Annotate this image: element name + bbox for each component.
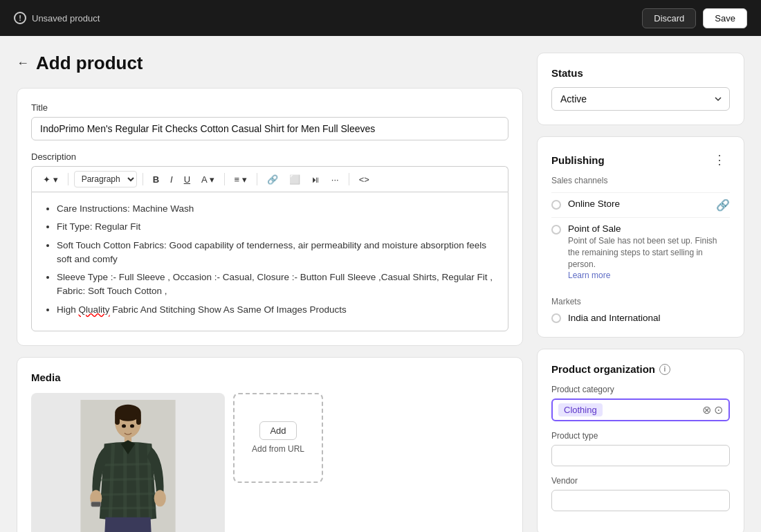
title-label: Title <box>31 102 508 113</box>
paragraph-select[interactable]: Paragraph <box>74 171 137 187</box>
page-wrapper: ← Add product Title Description ✦ ▾ Para… <box>0 36 761 532</box>
product-type-field: Product type <box>551 431 730 466</box>
pos-name: Point of Sale <box>568 223 730 234</box>
markets-label: Markets <box>551 297 730 306</box>
page-title: Add product <box>36 53 143 74</box>
vendor-label: Vendor <box>551 476 730 486</box>
add-media-button[interactable]: Add Add from URL <box>233 393 323 483</box>
svg-rect-3 <box>115 413 120 425</box>
pos-channel: Point of Sale Point of Sale has not been… <box>551 217 730 287</box>
online-store-channel: Online Store 🔗 <box>551 192 730 217</box>
media-grid: Add Add from URL <box>31 393 508 532</box>
status-title: Status <box>551 67 730 79</box>
product-organization-card: Product organization i Product category … <box>537 349 744 532</box>
online-store-name: Online Store <box>568 199 620 209</box>
add-from-url-label[interactable]: Add from URL <box>252 444 304 454</box>
org-info-icon[interactable]: i <box>659 364 670 375</box>
toolbar-magic-icon[interactable]: ✦ ▾ <box>39 172 62 187</box>
page-header: ← Add product <box>17 53 523 74</box>
toolbar-divider-2 <box>143 173 143 185</box>
svg-line-13 <box>100 508 156 508</box>
sales-channels-label: Sales channels <box>551 176 730 185</box>
media-button[interactable]: ⏯ <box>307 172 324 187</box>
publishing-header: Publishing ⋮ <box>551 151 730 169</box>
toolbar-divider-3 <box>224 173 225 185</box>
list-item: Care Instructions: Machine Wash <box>57 202 497 216</box>
list-item: High Qluality Fabric And Stitching Show … <box>57 303 497 317</box>
warning-icon: ! <box>14 12 26 24</box>
category-tag: Clothing <box>558 403 603 416</box>
category-icons: ⊗ ⊙ <box>702 403 723 416</box>
underline-button[interactable]: U <box>180 172 194 187</box>
side-column: Status Active Draft Publishing ⋮ Sales c… <box>537 53 744 532</box>
toolbar-divider-5 <box>349 173 349 185</box>
product-details-card: Title Description ✦ ▾ Paragraph B I U A … <box>17 88 523 346</box>
svg-point-15 <box>154 490 166 506</box>
svg-point-17 <box>130 424 134 428</box>
description-editor[interactable]: Care Instructions: Machine Wash Fit Type… <box>31 192 508 331</box>
publishing-card: Publishing ⋮ Sales channels Online Store… <box>537 136 744 338</box>
toolbar-divider-4 <box>257 173 257 185</box>
pos-desc: Point of Sale has not been set up. Finis… <box>568 235 730 282</box>
learn-more-link[interactable]: Learn more <box>568 270 610 280</box>
text-color-button[interactable]: A ▾ <box>197 172 219 187</box>
market-name: India and International <box>568 313 661 323</box>
product-image <box>31 393 225 532</box>
topnav-actions: Discard Save <box>642 8 747 28</box>
add-label[interactable]: Add <box>259 421 296 440</box>
svg-rect-4 <box>136 413 141 425</box>
svg-line-12 <box>100 493 156 495</box>
image-button[interactable]: ⬜ <box>285 172 304 187</box>
main-column: ← Add product Title Description ✦ ▾ Para… <box>17 53 523 532</box>
media-label: Media <box>31 372 508 383</box>
media-card: Media <box>17 357 523 532</box>
vendor-input[interactable] <box>551 490 730 511</box>
list-item: Fit Type: Regular Fit <box>57 220 497 234</box>
vendor-field: Vendor <box>551 476 730 511</box>
online-store-radio[interactable] <box>551 200 561 210</box>
svg-line-11 <box>100 479 156 480</box>
category-clear-button[interactable]: ⊗ <box>702 403 711 416</box>
market-radio[interactable] <box>551 313 561 323</box>
online-store-info: Online Store <box>568 199 620 209</box>
category-confirm-button[interactable]: ⊙ <box>714 403 723 416</box>
svg-point-16 <box>122 424 126 428</box>
toolbar-divider-1 <box>68 173 68 185</box>
link-button[interactable]: 🔗 <box>263 172 282 187</box>
mannequin-svg <box>73 400 183 532</box>
publishing-more-button[interactable]: ⋮ <box>709 151 730 169</box>
align-button[interactable]: ≡ ▾ <box>230 172 251 187</box>
save-button[interactable]: Save <box>703 8 747 28</box>
unsaved-indicator: ! Unsaved product <box>14 12 100 24</box>
channel-link-icon[interactable]: 🔗 <box>716 199 730 211</box>
product-type-input[interactable] <box>551 445 730 466</box>
top-navigation: ! Unsaved product Discard Save <box>0 0 761 36</box>
list-item: Sleeve Type :- Full Sleeve , Occasion :-… <box>57 270 497 299</box>
italic-button[interactable]: I <box>166 172 177 187</box>
pos-radio[interactable] <box>551 225 561 235</box>
publishing-title: Publishing <box>551 154 605 166</box>
svg-line-10 <box>100 464 156 465</box>
bold-button[interactable]: B <box>149 172 163 187</box>
pos-info: Point of Sale Point of Sale has not been… <box>568 223 730 282</box>
list-item: Soft Touch Cotton Fabrics: Good capabili… <box>57 239 497 267</box>
product-type-label: Product type <box>551 431 730 441</box>
svg-rect-18 <box>91 502 101 506</box>
discard-button[interactable]: Discard <box>642 8 696 28</box>
category-input-area[interactable]: Clothing ⊗ ⊙ <box>551 398 730 421</box>
online-store-icon-area: 🔗 <box>716 199 730 212</box>
category-label: Product category <box>551 385 730 394</box>
org-title-text: Product organization <box>551 363 655 375</box>
category-field: Product category Clothing ⊗ ⊙ <box>551 385 730 421</box>
title-input[interactable] <box>31 117 508 140</box>
unsaved-text: Unsaved product <box>32 13 100 24</box>
editor-toolbar: ✦ ▾ Paragraph B I U A ▾ ≡ ▾ 🔗 ⬜ ⏯ ··· <> <box>31 166 508 192</box>
description-label: Description <box>31 152 508 162</box>
status-select[interactable]: Active Draft <box>551 87 730 111</box>
more-button[interactable]: ··· <box>327 172 343 187</box>
status-card: Status Active Draft <box>537 53 744 125</box>
code-button[interactable]: <> <box>355 172 374 187</box>
description-list: Care Instructions: Machine Wash Fit Type… <box>43 202 497 317</box>
org-title: Product organization i <box>551 363 730 375</box>
back-button[interactable]: ← <box>17 56 29 71</box>
